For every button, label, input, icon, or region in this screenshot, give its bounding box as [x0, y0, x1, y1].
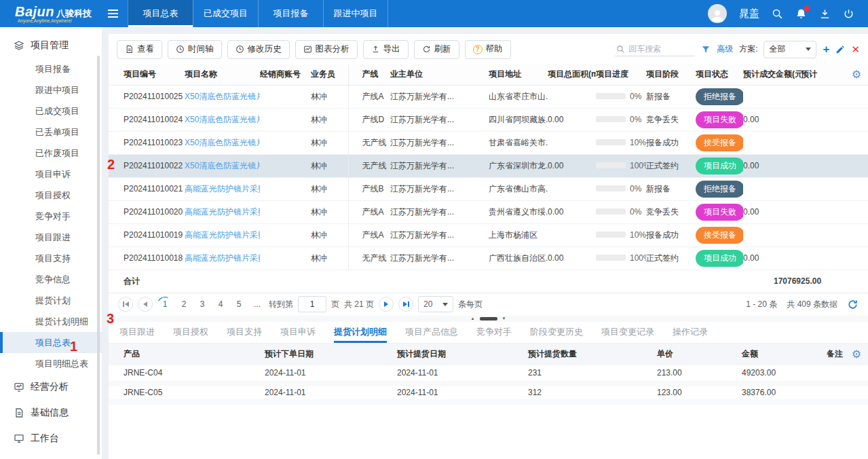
- advanced-search-link[interactable]: 高级: [717, 43, 733, 55]
- table-row[interactable]: P202411010018 高能蓝光防护镜片采购... 林冲 无产线 江苏万新光…: [109, 246, 868, 270]
- detail-tab-authorization[interactable]: 项目授权: [173, 322, 208, 343]
- scheme-select[interactable]: 全部: [763, 41, 816, 58]
- col-header-delivery-date[interactable]: 预计提货日期: [397, 344, 528, 365]
- col-header-product-line[interactable]: 产线: [348, 65, 390, 85]
- project-name-link[interactable]: 高能蓝光防护镜片采购...: [185, 230, 260, 240]
- last-page-button[interactable]: [398, 297, 413, 312]
- project-name-link[interactable]: X50清底色防蓝光镜片...: [185, 138, 260, 147]
- col-header-owner-unit[interactable]: 业主单位: [390, 65, 489, 85]
- sidebar-item-competition-info[interactable]: 竞争信息: [0, 269, 102, 290]
- page-button[interactable]: 5: [232, 299, 246, 309]
- status-badge[interactable]: 项目失败: [696, 204, 743, 221]
- detail-tab-appeal[interactable]: 项目申诉: [280, 322, 316, 343]
- table-row[interactable]: P202411010023 X50清底色防蓝光镜片... 林冲 无产线 江苏万新…: [109, 131, 868, 154]
- table-row[interactable]: P202411010025 X50清底色防蓝光镜片... 林冲 产线A 江苏万新…: [109, 85, 868, 108]
- search-icon[interactable]: [772, 8, 783, 20]
- modify-history-button[interactable]: 修改历史: [227, 40, 290, 59]
- add-scheme-icon[interactable]: +: [823, 43, 829, 55]
- col-header-amount[interactable]: 金额: [742, 344, 827, 365]
- table-row[interactable]: P202411010019 高能蓝光防护镜片采购... 林冲 产线A 江苏万新光…: [109, 223, 868, 246]
- sidebar-item-delivery-plan-detail[interactable]: 提货计划明细: [0, 311, 102, 332]
- status-badge[interactable]: 拒绝报备: [696, 181, 743, 198]
- refresh-button[interactable]: 刷新: [414, 40, 459, 59]
- view-button[interactable]: 查看: [117, 40, 162, 59]
- detail-tab-stage-history[interactable]: 阶段变更历史: [530, 322, 583, 343]
- col-header-project-id[interactable]: 项目编号: [109, 65, 185, 85]
- sidebar-item-voided-projects[interactable]: 已作废项目: [0, 143, 102, 164]
- splitter-handle[interactable]: [480, 317, 497, 320]
- detail-column-settings-gear-icon[interactable]: ⚙: [852, 349, 861, 360]
- col-header-dealer[interactable]: 经销商账号: [260, 65, 311, 85]
- page-size-select[interactable]: 20: [418, 296, 453, 312]
- detail-tab-support[interactable]: 项目支持: [227, 322, 262, 343]
- timeline-button[interactable]: 时间轴: [168, 40, 222, 59]
- nav-tab-following-projects[interactable]: 跟进中项目: [323, 0, 388, 27]
- detail-row[interactable]: JRNE-C05 2024-11-01 2024-11-01 312 123.0…: [109, 384, 868, 402]
- delete-scheme-icon[interactable]: ✕: [851, 44, 860, 54]
- help-button[interactable]: ? 帮助: [465, 40, 511, 59]
- avatar[interactable]: [708, 4, 727, 23]
- sidebar-item-project-followup[interactable]: 项目跟进: [0, 227, 102, 248]
- page-button[interactable]: 2: [177, 299, 191, 309]
- detail-tab-product-info[interactable]: 项目产品信息: [405, 322, 458, 343]
- detail-row[interactable]: JRNE-C04 2024-11-01 2024-11-01 231 213.0…: [109, 365, 868, 384]
- project-name-link[interactable]: 高能蓝光防护镜片采购...: [185, 184, 260, 194]
- table-row[interactable]: P202411010020 高能蓝光防护镜片采购... 林冲 产线A 江苏万新光…: [109, 200, 868, 223]
- sidebar-item-lost-projects[interactable]: 已丢单项目: [0, 122, 102, 143]
- sidebar-item-project-appeal[interactable]: 项目申诉: [0, 164, 102, 185]
- filter-funnel-icon[interactable]: [701, 45, 711, 54]
- detail-tab-delivery-plan-detail[interactable]: 提货计划明细: [334, 322, 387, 343]
- col-header-address[interactable]: 项目地址: [489, 65, 548, 85]
- page-button[interactable]: 4: [214, 299, 227, 309]
- page-button[interactable]: 3: [195, 299, 209, 309]
- sidebar-scrollbar[interactable]: [97, 56, 100, 455]
- status-badge[interactable]: 接受报备: [696, 134, 743, 151]
- project-name-link[interactable]: X50清底色防蓝光镜片...: [185, 161, 260, 170]
- col-header-qty[interactable]: 预计提货数量: [528, 344, 657, 365]
- project-name-link[interactable]: 高能蓝光防护镜片采购...: [185, 207, 260, 217]
- sidebar-section-basic-info[interactable]: 基础信息: [0, 400, 102, 426]
- notification-bell-icon[interactable]: [795, 8, 807, 20]
- col-header-stage[interactable]: 项目阶段: [646, 65, 696, 85]
- table-row[interactable]: P202411010024 X50清底色防蓝光镜片... 林冲 产线D 江苏万新…: [109, 108, 868, 131]
- sidebar-item-closed-projects[interactable]: 已成交项目: [0, 100, 102, 122]
- col-header-product[interactable]: 产品: [109, 344, 265, 365]
- power-logout-icon[interactable]: [843, 8, 854, 20]
- col-header-area[interactable]: 项目总面积(m²): [548, 65, 596, 85]
- table-row-selected[interactable]: P202411010022 X50清底色防蓝光镜片... 林冲 无产线 江苏万新…: [109, 154, 868, 177]
- export-button[interactable]: 导出: [363, 40, 409, 59]
- project-name-link[interactable]: X50清底色防蓝光镜片...: [185, 92, 260, 101]
- sidebar-item-following-projects[interactable]: 跟进中项目: [0, 79, 102, 100]
- col-header-salesperson[interactable]: 业务员: [311, 65, 348, 85]
- panel-splitter[interactable]: ▲ ▼: [109, 316, 868, 322]
- detail-tab-operation-log[interactable]: 操作记录: [673, 322, 708, 343]
- collapse-down-icon[interactable]: ▼: [502, 316, 506, 320]
- page-button-current[interactable]: 1: [157, 297, 172, 312]
- nav-tab-project-report[interactable]: 项目报备: [258, 0, 323, 27]
- first-page-button[interactable]: [118, 297, 133, 312]
- next-page-button[interactable]: [379, 297, 394, 312]
- project-name-link[interactable]: 高能蓝光防护镜片采购...: [185, 253, 260, 263]
- sidebar-item-project-support[interactable]: 项目支持: [0, 248, 102, 269]
- sidebar-item-project-report[interactable]: 项目报备: [0, 58, 102, 79]
- table-row[interactable]: P202411010021 高能蓝光防护镜片采购... 林冲 产线B 江苏万新光…: [109, 177, 868, 200]
- download-icon[interactable]: [819, 8, 831, 20]
- project-name-link[interactable]: X50清底色防蓝光镜片...: [185, 115, 260, 124]
- status-badge[interactable]: 项目成功: [696, 158, 743, 175]
- sidebar-item-delivery-plan[interactable]: 提货计划: [0, 290, 102, 311]
- chart-analysis-button[interactable]: 图表分析: [295, 40, 358, 59]
- status-badge[interactable]: 项目失败: [696, 111, 743, 128]
- nav-tab-closed-projects[interactable]: 已成交项目: [193, 0, 258, 27]
- nav-tab-project-summary[interactable]: 项目总表: [128, 0, 193, 27]
- sidebar-section-workbench[interactable]: 工作台: [0, 426, 102, 452]
- goto-page-input[interactable]: [298, 296, 326, 312]
- col-header-order-date[interactable]: 预计下单日期: [265, 344, 397, 365]
- sidebar-item-project-summary[interactable]: 项目总表: [0, 332, 102, 353]
- col-header-unit-price[interactable]: 单价: [657, 344, 742, 365]
- column-settings-gear-icon[interactable]: ⚙: [852, 69, 861, 80]
- sidebar-section-project-management[interactable]: 项目管理: [0, 33, 102, 58]
- detail-tab-change-records[interactable]: 项目变更记录: [601, 322, 654, 343]
- edit-scheme-icon[interactable]: [835, 45, 845, 54]
- prev-page-button[interactable]: [138, 297, 153, 312]
- refresh-list-icon[interactable]: [847, 299, 858, 310]
